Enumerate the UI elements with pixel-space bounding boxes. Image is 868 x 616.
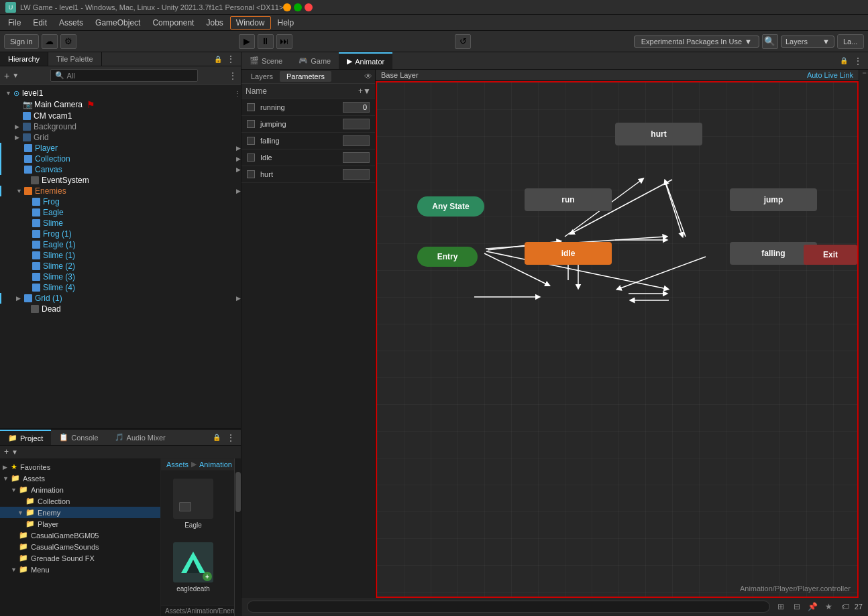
hier-item-slime[interactable]: Slime [0, 218, 241, 229]
tab-console[interactable]: 📋 Console [51, 430, 106, 445]
tab-project[interactable]: 📁 Project [0, 430, 51, 445]
hier-item-slime3[interactable]: Slime (3) [0, 271, 241, 282]
step-btn[interactable]: ⏭ [276, 34, 292, 49]
node-jump[interactable]: jump [730, 188, 817, 211]
menu-component[interactable]: Component [147, 17, 199, 29]
tree-enemy[interactable]: ▼ 📁 Enemy [0, 507, 160, 518]
tree-casualsounds[interactable]: 📁 CasualGameSounds [0, 541, 160, 552]
menu-file[interactable]: File [3, 17, 26, 29]
param-val-jumping[interactable] [343, 119, 370, 129]
project-search-input[interactable] [247, 601, 770, 613]
tree-casualgame[interactable]: 📁 CasualGameBGM05 [0, 530, 160, 541]
param-check-idle[interactable] [247, 153, 255, 162]
param-add-btn[interactable]: +▼ [358, 86, 371, 96]
param-val-hurt[interactable] [343, 169, 370, 180]
star-filter-btn[interactable]: ★ [822, 600, 836, 613]
hier-item-player[interactable]: Player ▶ [0, 143, 241, 153]
hierarchy-options-btn[interactable]: ⋮ [229, 71, 237, 80]
tab-audio-mixer[interactable]: 🎵 Audio Mixer [107, 430, 174, 445]
param-val-idle[interactable] [343, 152, 370, 163]
hier-item-collection[interactable]: Collection ▶ [0, 153, 241, 164]
hier-item-main-camera[interactable]: 📷 Main Camera ⚑ [0, 99, 241, 111]
tree-assets[interactable]: ▼ 📁 Assets [0, 473, 160, 484]
tab-scene[interactable]: 🎬 Scene [241, 53, 290, 68]
hier-item-background[interactable]: ▶ Background [0, 121, 241, 132]
hier-item-eagle[interactable]: Eagle [0, 207, 241, 218]
sign-in-btn[interactable]: Sign in [4, 34, 39, 49]
layout-btn[interactable]: La... [837, 34, 864, 49]
add-btn[interactable]: + [4, 70, 9, 81]
layers-sub-tab[interactable]: Layers [244, 71, 280, 82]
close-btn[interactable] [305, 3, 313, 11]
dropdown-btn[interactable]: ▼ [12, 72, 19, 79]
search-btn[interactable]: 🔍 [762, 34, 778, 49]
asset-eagle[interactable]: Eagle [166, 476, 220, 532]
experimental-packages-btn[interactable]: Experimental Packages In Use ▼ [634, 36, 759, 48]
menu-edit[interactable]: Edit [28, 17, 52, 29]
undo-btn[interactable]: ↺ [455, 34, 471, 49]
maximize-btn[interactable] [294, 3, 302, 11]
project-add-btn[interactable]: + [4, 447, 9, 456]
param-val-falling[interactable] [343, 135, 370, 146]
hierarchy-search[interactable]: 🔍 All [50, 69, 198, 82]
hier-item-slime1[interactable]: Slime (1) [0, 250, 241, 261]
param-input-running[interactable] [343, 102, 370, 113]
auto-live-link-btn[interactable]: Auto Live Link [807, 71, 853, 79]
node-idle[interactable]: idle [525, 242, 612, 265]
tree-animation[interactable]: ▼ 📁 Animation [0, 484, 160, 495]
hier-item-eagle1[interactable]: Eagle (1) [0, 239, 241, 250]
tree-player[interactable]: 📁 Player [0, 518, 160, 530]
center-menu-btn[interactable]: ⋮ [852, 56, 864, 66]
grid-view-btn[interactable]: ⊞ [774, 600, 788, 613]
layers-dropdown[interactable]: Layers ▼ [781, 36, 834, 48]
tab-game[interactable]: 🎮 Game [290, 53, 339, 68]
node-exit[interactable]: Exit [804, 245, 857, 265]
tab-tile-palette[interactable]: Tile Palette [48, 52, 102, 66]
pause-btn[interactable]: ⏸ [258, 34, 274, 49]
breadcrumb-assets[interactable]: Assets [166, 460, 188, 469]
hier-options-icon[interactable]: ⋮ [234, 90, 241, 97]
param-check-jumping[interactable] [247, 120, 255, 128]
menu-help[interactable]: Help [272, 17, 300, 29]
param-check-falling[interactable] [247, 137, 255, 145]
project-add-dropdown[interactable]: ▼ [11, 448, 18, 456]
label-filter-btn[interactable]: 🏷 [838, 600, 852, 613]
menu-gameobject[interactable]: GameObject [90, 17, 146, 29]
hier-item-grid1[interactable]: ▶ Grid (1) ▶ [0, 293, 241, 304]
hier-item-level1[interactable]: ▼ ⊙ level1 ⋮ [0, 88, 241, 99]
node-hurt[interactable]: hurt [615, 123, 702, 145]
project-menu-btn[interactable]: ⋮ [225, 432, 237, 443]
param-check-hurt[interactable] [247, 170, 255, 178]
breadcrumb-animation[interactable]: Animation [199, 460, 232, 469]
node-entry[interactable]: Entry [417, 247, 478, 267]
settings-btn[interactable]: ⚙ [60, 34, 76, 49]
node-any-state[interactable]: Any State [417, 196, 484, 217]
hier-item-grid[interactable]: ▶ Grid [0, 132, 241, 143]
tree-grenade[interactable]: 📁 Grenade Sound FX [0, 552, 160, 564]
inspector-label[interactable]: i [859, 70, 868, 74]
hier-item-slime4[interactable]: Slime (4) [0, 282, 241, 293]
tab-animator[interactable]: ▶ Animator [339, 52, 392, 69]
tab-hierarchy[interactable]: Hierarchy [0, 52, 48, 66]
tree-collection[interactable]: 📁 Collection [0, 495, 160, 507]
hier-item-canvas[interactable]: Canvas ▶ [0, 164, 241, 175]
hier-item-eventsystem[interactable]: EventSystem [0, 175, 241, 186]
param-check-running[interactable] [247, 103, 255, 111]
minimize-btn[interactable] [283, 3, 291, 11]
asset-eagledeath[interactable]: + eagledeath [166, 540, 220, 595]
hier-item-vcam1[interactable]: CM vcam1 [0, 111, 241, 121]
menu-assets[interactable]: Assets [54, 17, 89, 29]
hier-item-frog[interactable]: Frog [0, 196, 241, 207]
hier-item-enemies[interactable]: ▼ Enemies ▶ [0, 186, 241, 196]
param-visibility-icon[interactable]: 👁 [364, 72, 372, 81]
play-btn[interactable]: ▶ [239, 34, 255, 49]
hier-item-frog1[interactable]: Frog (1) [0, 229, 241, 239]
filter-btn[interactable]: ⊟ [790, 600, 804, 613]
asset-scrollbar[interactable] [234, 458, 241, 616]
hier-item-slime2[interactable]: Slime (2) [0, 261, 241, 271]
hierarchy-menu-btn[interactable]: ⋮ [225, 54, 237, 64]
animator-canvas[interactable]: Any State Entry hurt run [376, 81, 859, 598]
menu-jobs[interactable]: Jobs [201, 17, 228, 29]
parameters-sub-tab[interactable]: Parameters [280, 71, 331, 82]
hier-item-dead[interactable]: Dead [0, 304, 241, 314]
